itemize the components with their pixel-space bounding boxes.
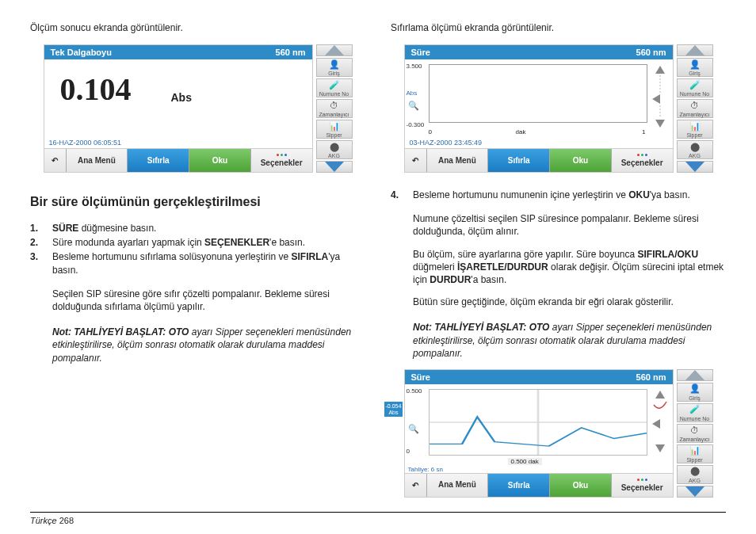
sipper-button[interactable]: 📊Sipper <box>677 120 713 139</box>
back-button[interactable]: ↶ <box>44 149 67 172</box>
scroll-up-button[interactable] <box>677 44 713 56</box>
read-button[interactable]: Oku <box>550 474 612 497</box>
ss1-unit: Abs <box>171 91 192 104</box>
steps-list-left: 1.SÜRE düğmesine basın. 2.Süre modunda a… <box>30 220 365 278</box>
timer-button[interactable]: ⏱Zamanlayıcı <box>677 99 713 118</box>
sample-id-button[interactable]: 🧪Numune No <box>316 78 353 97</box>
scroll-down-button[interactable] <box>677 486 713 498</box>
ss2-wavelength: 560 nm <box>636 48 666 57</box>
sipper-button[interactable]: 📊Sipper <box>677 444 713 463</box>
main-menu-button[interactable]: Ana Menü <box>67 149 128 172</box>
steps-list-right: 4.Besleme hortumunu numunenin içine yerl… <box>391 187 726 203</box>
left-para: Seçilen SIP süresine göre sıfır çözelti … <box>52 288 365 313</box>
clock-icon: ⏱ <box>329 100 340 111</box>
quality-button[interactable]: ⬤AKG <box>677 140 713 159</box>
scroll-up-button[interactable] <box>677 369 713 381</box>
options-button[interactable]: Seçenekler <box>612 149 673 172</box>
quality-icon: ⬤ <box>329 141 340 152</box>
value-badge: -0.054Abs <box>384 402 403 417</box>
login-button[interactable]: 👤Giriş <box>316 58 353 77</box>
zero-button[interactable]: Sıfırla <box>488 474 550 497</box>
timer-button[interactable]: ⏱Zamanlayıcı <box>677 424 713 443</box>
sipper-icon: 📊 <box>329 120 340 132</box>
ss1-value: 0.104 <box>60 71 132 108</box>
chevron-down-icon <box>325 162 344 172</box>
right-para3: Bütün süre geçtiğinde, ölçüm ekranda bir… <box>413 296 726 308</box>
ss1-wavelength: 560 nm <box>276 48 306 57</box>
options-button[interactable]: Seçenekler <box>612 474 673 497</box>
ss1-title: Tek Dalgaboyu <box>51 48 112 57</box>
ss3-wavelength: 560 nm <box>636 372 666 382</box>
person-icon: 👤 <box>329 59 340 70</box>
screenshot-time-blank: Süre 560 nm 3.500 Abs 🔍 -0.300 0 dak 1 <box>404 44 713 173</box>
back-button[interactable]: ↶ <box>405 474 427 497</box>
read-button[interactable]: Oku <box>189 149 251 172</box>
quality-button[interactable]: ⬤AKG <box>316 140 353 159</box>
login-button[interactable]: 👤Giriş <box>677 58 713 77</box>
zero-button[interactable]: Sıfırla <box>128 149 189 172</box>
login-button[interactable]: 👤Giriş <box>677 383 713 402</box>
side-controls-icon <box>651 389 670 454</box>
page-footer: Türkçe 268 <box>30 512 726 525</box>
scroll-down-button[interactable] <box>677 161 713 173</box>
right-note: Not: TAHLİYEYİ BAŞLAT: OTO ayarı Sipper … <box>413 321 726 360</box>
zoom-icon[interactable]: 🔍 <box>408 424 419 434</box>
back-icon: ↶ <box>52 156 58 165</box>
scroll-down-button[interactable] <box>316 161 353 173</box>
zero-button[interactable]: Sıfırla <box>488 149 550 172</box>
left-note: Not: TAHLİYEYİ BAŞLAT: OTO ayarı Sipper … <box>52 326 365 364</box>
screenshot-single-wavelength: Tek Dalgaboyu 560 nm 0.104 Abs 16-HAZ-20… <box>44 44 353 173</box>
ss2-title: Süre <box>411 48 430 57</box>
ss1-date: 16-HAZ-2000 06:05:51 <box>44 137 312 148</box>
flask-icon: 🧪 <box>329 79 340 90</box>
svg-marker-8 <box>652 419 660 429</box>
ss3-title: Süre <box>411 372 430 382</box>
main-menu-button[interactable]: Ana Menü <box>427 149 489 172</box>
back-button[interactable]: ↶ <box>405 149 427 172</box>
right-para1: Numune çözeltisi seçilen SIP süresince p… <box>413 212 726 238</box>
quality-button[interactable]: ⬤AKG <box>677 465 713 484</box>
side-controls-icon <box>651 64 670 129</box>
section-heading: Bir süre ölçümünün gerçekleştirilmesi <box>30 195 365 209</box>
sipper-button[interactable]: 📊Sipper <box>316 120 353 139</box>
scroll-up-button[interactable] <box>316 44 353 56</box>
timer-button[interactable]: ⏱Zamanlayıcı <box>316 99 353 118</box>
ss2-date: 03-HAZ-2000 23:45:49 <box>405 137 673 148</box>
left-intro: Ölçüm sonucu ekranda görüntülenir. <box>30 22 365 33</box>
right-para2: Bu ölçüm, süre ayarlarına göre yapılır. … <box>413 248 726 287</box>
chevron-up-icon <box>325 45 344 55</box>
sample-id-button[interactable]: 🧪Numune No <box>677 78 713 97</box>
curve-plot <box>430 390 647 455</box>
svg-marker-7 <box>655 391 665 399</box>
svg-marker-2 <box>652 94 660 104</box>
main-menu-button[interactable]: Ana Menü <box>427 474 489 497</box>
svg-marker-0 <box>655 66 665 74</box>
svg-marker-9 <box>655 444 665 452</box>
read-button[interactable]: Oku <box>550 149 612 172</box>
sample-id-button[interactable]: 🧪Numune No <box>677 403 713 422</box>
zoom-icon[interactable]: 🔍 <box>408 101 419 111</box>
options-button[interactable]: Seçenekler <box>251 149 312 172</box>
right-intro: Sıfırlama ölçümü ekranda görüntülenir. <box>391 22 726 33</box>
svg-marker-4 <box>655 120 665 128</box>
screenshot-time-curve: Süre 560 nm 0.500 -0.054Abs 🔍 0 <box>404 369 713 498</box>
